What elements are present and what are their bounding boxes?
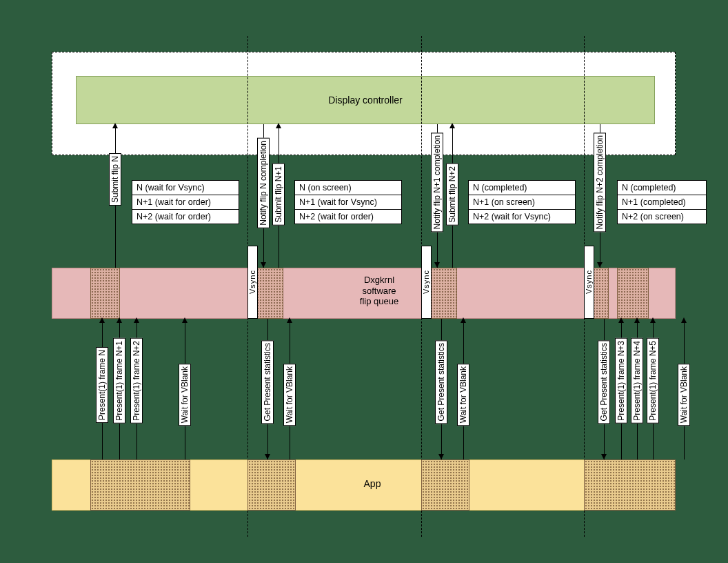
- app-activity-4: [584, 460, 676, 511]
- state-row: N (wait for Vsync): [132, 181, 239, 195]
- arrow-head: [438, 454, 444, 460]
- present-n1-label: Present(1) frame N+1: [113, 338, 125, 424]
- state-row: N+2 (wait for order): [132, 210, 239, 224]
- state-table-2: N (on screen) N+1 (wait for Vsync) N+2 (…: [294, 180, 402, 224]
- arrow-head: [182, 317, 188, 323]
- state-row: N+1 (on screen): [469, 195, 575, 210]
- app-activity-2: [247, 460, 296, 511]
- get-stats-label-1: Get Present statistics: [261, 340, 274, 424]
- arrow-head: [434, 262, 440, 268]
- notify-flip-n-label: Notify flip N completion: [257, 138, 270, 228]
- wait-vblank-label-2: Wait for VBlank: [283, 364, 296, 426]
- notify-flip-n1-label: Notify flip N+1 completion: [431, 132, 443, 232]
- submit-flip-n2-label: Submit flip N+2: [446, 164, 458, 226]
- present-n3-label: Present(1) frame N+3: [615, 338, 627, 424]
- submit-flip-n-label: Submit flip N: [109, 153, 121, 206]
- display-controller-label: Display controller: [328, 95, 402, 106]
- arrow-head: [99, 317, 105, 323]
- arrow-head: [634, 317, 640, 323]
- state-row: N+2 (on screen): [618, 210, 706, 224]
- get-stats-label-3: Get Present statistics: [598, 340, 610, 424]
- notify-flip-n2-label: Notify flip N+2 completion: [594, 132, 606, 232]
- arrow-head: [618, 317, 624, 323]
- vsync-box-1: Vsync: [247, 246, 258, 319]
- submit-flip-n1-label: Submit flip N+1: [272, 164, 285, 226]
- arrow-head: [287, 317, 292, 323]
- dxgkrnl-label: Dxgkrnl software flip queue: [338, 275, 421, 307]
- vsync-box-3: Vsync: [584, 246, 594, 319]
- app-label: App: [352, 478, 393, 489]
- state-row: N (completed): [469, 181, 575, 195]
- arrow-head: [449, 123, 455, 128]
- arrow-head: [117, 317, 122, 323]
- arrow-head: [601, 454, 607, 460]
- arrow-head: [134, 317, 139, 323]
- arrow-head: [461, 317, 466, 323]
- wait-vblank-label-3: Wait for VBlank: [457, 364, 469, 426]
- wait-vblank-label-4: Wait for VBlank: [678, 364, 690, 426]
- arrow-head: [112, 123, 118, 128]
- app-activity-1: [90, 460, 190, 511]
- arrow-head: [597, 262, 603, 268]
- display-controller-bar: Display controller: [76, 76, 655, 124]
- present-n-label: Present(1) frame N: [96, 347, 108, 423]
- state-row: N+1 (wait for order): [132, 195, 239, 210]
- state-table-3: N (completed) N+1 (on screen) N+2 (wait …: [468, 180, 576, 224]
- app-activity-3: [421, 460, 469, 511]
- present-n4-label: Present(1) frame N+4: [631, 338, 643, 424]
- diagram-canvas: Display controller Dxgkrnl software flip…: [0, 0, 728, 563]
- present-n5-label: Present(1) frame N+5: [647, 338, 659, 424]
- arrow-head: [261, 262, 266, 268]
- state-table-4: N (completed) N+1 (completed) N+2 (on sc…: [617, 180, 707, 224]
- state-row: N+1 (completed): [618, 195, 706, 210]
- state-row: N+2 (wait for Vsync): [469, 210, 575, 224]
- state-table-1: N (wait for Vsync) N+1 (wait for order) …: [132, 180, 239, 224]
- arrow-head: [650, 317, 656, 323]
- arrow-head: [276, 123, 281, 128]
- vsync-box-2: Vsync: [421, 246, 432, 319]
- state-row: N+1 (wait for Vsync): [295, 195, 401, 210]
- dxgkrnl-activity-1: [90, 268, 120, 319]
- arrow-head: [265, 454, 270, 460]
- state-row: N (completed): [618, 181, 706, 195]
- present-n2-label: Present(1) frame N+2: [130, 338, 143, 424]
- wait-vblank-label-1: Wait for VBlank: [179, 364, 191, 426]
- state-row: N (on screen): [295, 181, 401, 195]
- dxgkrnl-activity-5: [617, 268, 649, 319]
- get-stats-label-2: Get Present statistics: [435, 340, 447, 424]
- arrow-head: [681, 317, 687, 323]
- state-row: N+2 (wait for order): [295, 210, 401, 224]
